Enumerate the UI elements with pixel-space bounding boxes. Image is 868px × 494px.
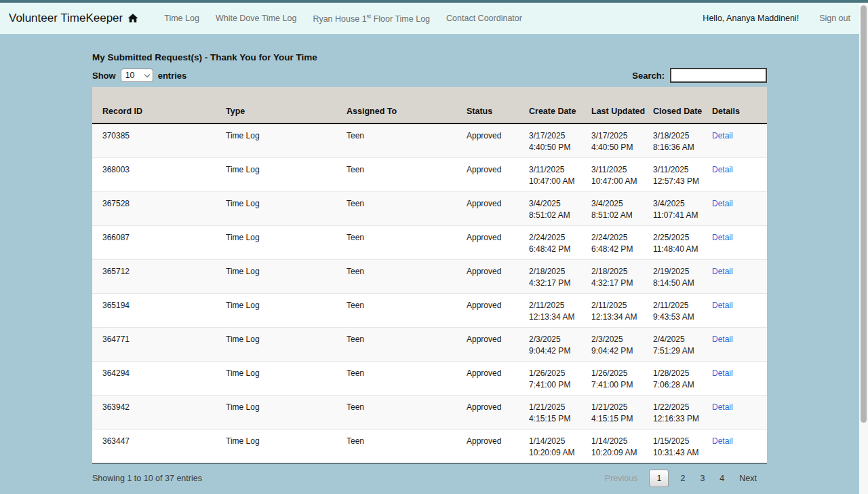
showing-info: Showing 1 to 10 of 37 entries <box>92 474 202 483</box>
column-header-details[interactable]: Details <box>712 87 767 124</box>
cell-record-id: 368003 <box>92 157 226 191</box>
column-header-record-id[interactable]: Record ID <box>92 87 226 124</box>
cell-details: Detail <box>712 361 767 395</box>
cell-create-date: 2/24/20256:48:42 PM <box>529 225 591 259</box>
sign-out-link[interactable]: Sign out <box>819 14 850 23</box>
cell-last-updated: 2/24/20256:48:42 PM <box>591 225 653 259</box>
scrollbar-thumb[interactable] <box>861 5 867 423</box>
nav-item-text: Ryan House 1 <box>313 14 366 24</box>
cell-record-id: 365712 <box>92 259 226 293</box>
main-content: My Submitted Request(s) - Thank You for … <box>0 52 868 494</box>
cell-assigned-to: Teen <box>347 395 467 429</box>
cell-assigned-to: Teen <box>347 327 467 361</box>
cell-last-updated: 2/11/202512:13:34 AM <box>591 293 653 327</box>
records-table: Record IDTypeAssigned ToStatusCreate Dat… <box>92 87 767 463</box>
pagination-page-4[interactable]: 4 <box>716 474 728 483</box>
pagination: Previous1234Next <box>601 470 767 487</box>
brand-home-link[interactable]: Volunteer TimeKeeper <box>9 12 139 25</box>
table-row: 368003Time LogTeenApproved3/11/202510:47… <box>92 157 767 191</box>
entries-label: entries <box>158 71 187 81</box>
cell-create-date: 1/21/20254:15:15 PM <box>529 395 591 429</box>
page-title: My Submitted Request(s) - Thank You for … <box>92 52 868 62</box>
cell-closed-date: 1/15/202510:31:43 AM <box>653 429 712 463</box>
pagination-previous[interactable]: Previous <box>601 474 642 483</box>
table-row: 363447Time LogTeenApproved1/14/202510:20… <box>92 429 767 463</box>
cell-assigned-to: Teen <box>347 124 467 157</box>
detail-link[interactable]: Detail <box>712 165 733 174</box>
cell-status: Approved <box>467 124 529 157</box>
search-label: Search: <box>632 71 665 81</box>
cell-last-updated: 3/17/20254:40:50 PM <box>591 124 653 157</box>
detail-link[interactable]: Detail <box>712 267 733 276</box>
detail-link[interactable]: Detail <box>712 335 733 344</box>
cell-create-date: 2/11/202512:13:34 AM <box>529 293 591 327</box>
cell-record-id: 363942 <box>92 395 226 429</box>
cell-closed-date: 3/18/20258:16:36 AM <box>653 124 712 157</box>
nav-item-time-log[interactable]: Time Log <box>164 14 199 23</box>
nav-item-contact-coordinator[interactable]: Contact Coordinator <box>446 14 522 23</box>
cell-status: Approved <box>467 225 529 259</box>
cell-details: Detail <box>712 191 767 225</box>
pagination-page-2[interactable]: 2 <box>677 474 688 483</box>
detail-link[interactable]: Detail <box>712 402 733 412</box>
cell-assigned-to: Teen <box>347 191 467 225</box>
detail-link[interactable]: Detail <box>712 199 733 208</box>
page-size-select[interactable]: 10 <box>121 69 153 82</box>
table-row: 363942Time LogTeenApproved1/21/20254:15:… <box>92 395 767 429</box>
table-controls: Show 10 entries Search: <box>92 67 767 83</box>
page-length-control: Show 10 entries <box>92 69 186 82</box>
table-footer: Showing 1 to 10 of 37 entries Previous12… <box>92 470 767 487</box>
pagination-page-3[interactable]: 3 <box>696 474 708 483</box>
cell-details: Detail <box>712 429 767 463</box>
detail-link[interactable]: Detail <box>712 436 733 446</box>
cell-record-id: 364294 <box>92 361 226 395</box>
cell-last-updated: 2/3/20259:04:42 PM <box>591 327 653 361</box>
column-header-type[interactable]: Type <box>226 87 347 124</box>
cell-assigned-to: Teen <box>347 157 467 191</box>
search-input[interactable] <box>670 68 767 83</box>
cell-status: Approved <box>467 259 529 293</box>
detail-link[interactable]: Detail <box>712 131 733 140</box>
column-header-last-updated[interactable]: Last Updated <box>591 87 653 124</box>
table-row: 364294Time LogTeenApproved1/26/20257:41:… <box>92 361 767 395</box>
cell-type: Time Log <box>226 429 347 463</box>
navbar: Volunteer TimeKeeper Time Log White Dove… <box>0 3 868 34</box>
cell-type: Time Log <box>226 225 347 259</box>
nav-item-white-dove-time-log[interactable]: White Dove Time Log <box>216 14 297 23</box>
cell-assigned-to: Teen <box>347 259 467 293</box>
column-header-status[interactable]: Status <box>467 87 529 124</box>
table-row: 366087Time LogTeenApproved2/24/20256:48:… <box>92 225 767 259</box>
cell-create-date: 3/17/20254:40:50 PM <box>529 124 591 157</box>
cell-status: Approved <box>467 429 529 463</box>
scrollbar-track[interactable] <box>859 3 868 494</box>
cell-assigned-to: Teen <box>347 361 467 395</box>
column-header-assigned-to[interactable]: Assigned To <box>347 87 467 124</box>
cell-last-updated: 1/21/20254:15:15 PM <box>591 395 653 429</box>
pagination-page-1[interactable]: 1 <box>649 470 669 487</box>
cell-assigned-to: Teen <box>347 225 467 259</box>
table-row: 367528Time LogTeenApproved3/4/20258:51:0… <box>92 191 767 225</box>
cell-last-updated: 1/26/20257:41:00 PM <box>591 361 653 395</box>
home-icon <box>127 12 139 24</box>
cell-closed-date: 2/11/20259:43:53 AM <box>653 293 712 327</box>
cell-assigned-to: Teen <box>347 429 467 463</box>
cell-last-updated: 2/18/20254:32:17 PM <box>591 259 653 293</box>
brand-title: Volunteer TimeKeeper <box>9 12 123 25</box>
cell-closed-date: 1/28/20257:06:28 AM <box>653 361 712 395</box>
pagination-next[interactable]: Next <box>736 474 760 483</box>
detail-link[interactable]: Detail <box>712 233 733 242</box>
nav-item-ryan-house-time-log[interactable]: Ryan House 1st Floor Time Log <box>313 13 430 24</box>
cell-type: Time Log <box>226 259 347 293</box>
cell-last-updated: 1/14/202510:20:09 AM <box>591 429 653 463</box>
column-header-create-date[interactable]: Create Date <box>529 87 591 124</box>
cell-type: Time Log <box>226 191 347 225</box>
cell-details: Detail <box>712 124 767 157</box>
detail-link[interactable]: Detail <box>712 301 733 310</box>
column-header-closed-date[interactable]: Closed Date <box>653 87 712 124</box>
detail-link[interactable]: Detail <box>712 368 733 378</box>
cell-create-date: 2/3/20259:04:42 PM <box>529 327 591 361</box>
cell-status: Approved <box>467 395 529 429</box>
cell-status: Approved <box>467 293 529 327</box>
cell-record-id: 365194 <box>92 293 226 327</box>
search-control: Search: <box>632 68 767 83</box>
